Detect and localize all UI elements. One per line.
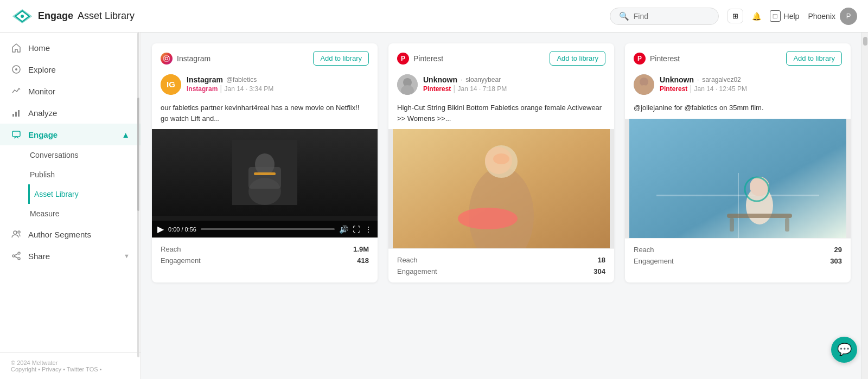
card-author-3: Unknown · saragalvez02 Pinterest | Jan 1… <box>625 70 851 99</box>
progress-bar-1[interactable] <box>201 228 335 230</box>
video-person-silhouette <box>232 140 297 205</box>
conversations-label: Conversations <box>30 151 79 159</box>
card-stats-3: Reach 29 Engagement 303 <box>625 238 851 272</box>
engage-submenu: Conversations Publish Asset Library Meas… <box>0 145 141 223</box>
platform-label-2: P Pinterest <box>397 53 443 65</box>
svg-point-12 <box>12 255 15 257</box>
video-time-1: 0:00 / 0:56 <box>168 226 196 233</box>
svg-rect-7 <box>18 110 20 117</box>
stat-engagement-3: Engagement 303 <box>634 255 842 267</box>
author-info-1: Instagram @fabletics Instagram | Jan 14 … <box>187 75 273 94</box>
svg-text:IG: IG <box>167 80 175 89</box>
stat-reach-value-2: 18 <box>598 256 605 264</box>
user-menu[interactable]: Phoenix P <box>808 8 857 25</box>
sidebar-item-home[interactable]: Home <box>0 37 141 59</box>
sidebar-item-analyze[interactable]: Analyze <box>0 102 141 124</box>
chat-fab-icon: 💬 <box>837 343 852 357</box>
main-scrollbar[interactable] <box>861 33 868 379</box>
svg-rect-44 <box>727 214 792 218</box>
pinterest-icon-2: P <box>634 53 646 65</box>
beach-image <box>388 129 614 248</box>
fullscreen-button-1[interactable]: ⛶ <box>353 225 360 234</box>
grid-view-button[interactable]: ⊞ <box>727 9 743 23</box>
stat-reach-3: Reach 29 <box>634 244 842 255</box>
svg-rect-5 <box>12 114 14 117</box>
author-segments-label: Author Segments <box>28 230 91 239</box>
help-label: Help <box>784 12 800 21</box>
stat-engagement-label-1: Engagement <box>161 256 201 265</box>
engage-icon <box>11 129 22 140</box>
svg-point-4 <box>15 68 17 70</box>
add-to-library-button-2[interactable]: Add to library <box>550 51 605 66</box>
svg-rect-45 <box>730 218 734 232</box>
more-button-1[interactable]: ⋮ <box>365 225 372 234</box>
chevron-down-icon: ▼ <box>124 253 130 259</box>
video-controls-1: ▶ 0:00 / 0:56 🔊 ⛶ ⋮ <box>152 221 378 237</box>
author-platform-2: Pinterest <box>423 85 451 93</box>
main-content: Instagram Add to library IG Instagram @f… <box>141 33 861 379</box>
analyze-icon <box>11 107 22 118</box>
stat-engagement-value-2: 304 <box>593 267 605 275</box>
author-handle-2: sloanyybear <box>465 76 501 83</box>
publish-label: Publish <box>30 170 55 179</box>
search-input[interactable] <box>634 12 710 21</box>
volume-button-1[interactable]: 🔊 <box>339 225 348 234</box>
svg-point-2 <box>21 15 24 18</box>
author-date-2: Jan 14 · 7:18 PM <box>458 85 507 93</box>
author-handle-3: saragalvez02 <box>702 76 741 83</box>
monitor-icon <box>11 86 22 97</box>
sidebar-scrollbar[interactable] <box>136 33 141 357</box>
author-platform-3: Pinterest <box>660 85 687 93</box>
svg-line-15 <box>15 256 18 258</box>
sidebar-footer: © 2024 Meltwater Copyright • Privacy • T… <box>0 352 141 379</box>
avatar: P <box>840 8 857 25</box>
body-layout: Home Explore Monitor An <box>0 33 868 379</box>
sidebar-item-explore[interactable]: Explore <box>0 59 141 80</box>
stat-engagement-value-1: 418 <box>357 256 369 265</box>
sidebar-item-conversations[interactable]: Conversations <box>28 145 141 165</box>
svg-point-34 <box>493 153 509 164</box>
search-bar[interactable]: 🔍 <box>610 8 719 25</box>
home-icon <box>11 42 22 53</box>
author-date-1: Jan 14 · 3:34 PM <box>225 85 274 93</box>
card-pinterest-1: P Pinterest Add to library Unknown · <box>388 43 614 282</box>
sidebar-item-monitor[interactable]: Monitor <box>0 80 141 102</box>
stat-reach-value-1: 1.9M <box>353 245 369 253</box>
user-name: Phoenix <box>808 12 835 21</box>
stat-reach-value-3: 29 <box>834 246 842 254</box>
svg-rect-24 <box>248 167 281 189</box>
author-handle-1: @fabletics <box>226 76 257 83</box>
sidebar-item-asset-library[interactable]: Asset Library <box>28 184 141 204</box>
svg-rect-25 <box>254 172 276 175</box>
share-label: Share <box>28 252 50 261</box>
copyright-text: © 2024 Meltwater <box>11 359 58 366</box>
sidebar-item-author-segments[interactable]: Author Segments <box>0 223 141 245</box>
sidebar-item-publish[interactable]: Publish <box>28 165 141 184</box>
sidebar-item-analyze-label: Analyze <box>28 108 57 118</box>
grid-icon: ⊞ <box>732 12 738 20</box>
chat-fab-button[interactable]: 💬 <box>831 337 857 363</box>
add-to-library-button-1[interactable]: Add to library <box>313 51 369 66</box>
sidebar-item-engage[interactable]: Engage ▲ <box>0 124 141 145</box>
stat-reach-2: Reach 18 <box>397 254 605 266</box>
play-button-1[interactable]: ▶ <box>157 224 164 234</box>
app-name-subtitle: Asset Library <box>78 10 135 22</box>
pinterest-icon-1: P <box>397 53 409 65</box>
stat-engagement-1: Engagement 418 <box>161 255 369 266</box>
sidebar-item-share[interactable]: Share ▼ <box>0 245 141 267</box>
stat-reach-label-3: Reach <box>634 246 654 254</box>
stat-engagement-2: Engagement 304 <box>397 266 605 277</box>
sidebar-item-home-label: Home <box>28 43 50 53</box>
chevron-up-icon: ▲ <box>122 130 130 139</box>
sidebar-item-monitor-label: Monitor <box>28 87 55 96</box>
top-navigation: Engage Asset Library 🔍 ⊞ 🔔 □ Help Phoeni… <box>0 0 868 33</box>
instagram-icon <box>161 53 173 65</box>
notification-button[interactable]: 🔔 <box>752 12 761 21</box>
card-stats-1: Reach 1.9M Engagement 418 <box>152 237 378 272</box>
sidebar-item-measure[interactable]: Measure <box>28 204 141 223</box>
author-name-2: Unknown <box>423 75 457 84</box>
help-button[interactable]: □ Help <box>770 10 800 22</box>
add-to-library-button-3[interactable]: Add to library <box>786 51 842 66</box>
tennis-image <box>625 119 851 238</box>
card-header-3: P Pinterest Add to library <box>625 43 851 70</box>
